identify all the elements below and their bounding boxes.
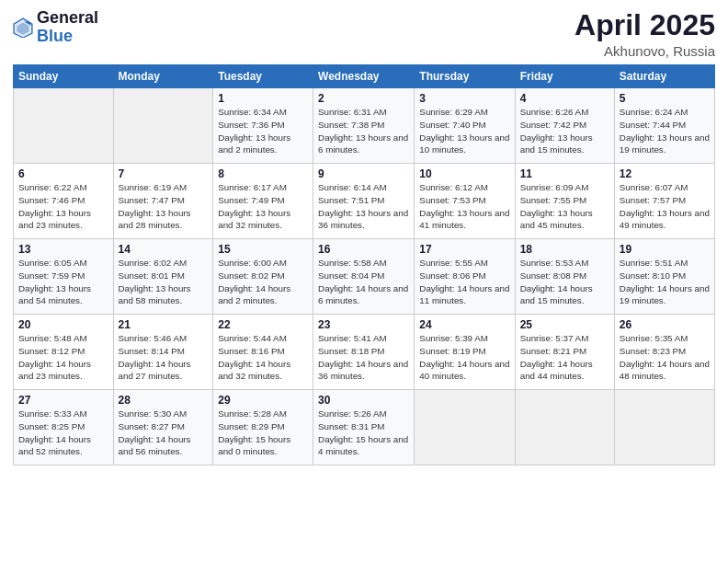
day-cell: 7Sunrise: 6:19 AMSunset: 7:47 PMDaylight… <box>113 164 213 239</box>
day-cell: 3Sunrise: 6:29 AMSunset: 7:40 PMDaylight… <box>415 88 515 164</box>
day-number: 15 <box>218 243 308 256</box>
day-cell: 11Sunrise: 6:09 AMSunset: 7:55 PMDayligh… <box>515 164 614 239</box>
day-info: Sunrise: 6:26 AMSunset: 7:42 PMDaylight:… <box>520 106 609 156</box>
day-number: 14 <box>119 243 209 256</box>
logo-icon <box>13 17 33 38</box>
day-cell: 9Sunrise: 6:14 AMSunset: 7:51 PMDaylight… <box>313 164 415 239</box>
day-info: Sunrise: 5:26 AMSunset: 8:31 PMDaylight:… <box>318 408 409 458</box>
day-cell <box>113 88 213 164</box>
day-cell: 26Sunrise: 5:35 AMSunset: 8:23 PMDayligh… <box>614 315 714 390</box>
day-cell <box>415 390 515 465</box>
day-info: Sunrise: 6:31 AMSunset: 7:38 PMDaylight:… <box>318 106 409 156</box>
day-number: 25 <box>520 318 609 331</box>
week-row-1: 6Sunrise: 6:22 AMSunset: 7:46 PMDaylight… <box>14 164 715 239</box>
header-thursday: Thursday <box>415 65 515 88</box>
day-number: 6 <box>18 167 108 180</box>
day-info: Sunrise: 6:00 AMSunset: 8:02 PMDaylight:… <box>218 257 308 307</box>
day-number: 8 <box>218 167 308 180</box>
header-saturday: Saturday <box>614 65 714 88</box>
day-cell: 19Sunrise: 5:51 AMSunset: 8:10 PMDayligh… <box>614 239 714 315</box>
day-number: 30 <box>318 394 409 407</box>
day-info: Sunrise: 5:37 AMSunset: 8:21 PMDaylight:… <box>520 332 609 383</box>
logo-text: General Blue <box>37 9 98 46</box>
day-cell: 16Sunrise: 5:58 AMSunset: 8:04 PMDayligh… <box>313 239 415 315</box>
day-number: 21 <box>119 318 209 331</box>
day-number: 20 <box>18 318 108 331</box>
day-info: Sunrise: 5:53 AMSunset: 8:08 PMDaylight:… <box>520 257 609 307</box>
day-number: 10 <box>419 167 509 180</box>
day-info: Sunrise: 6:12 AMSunset: 7:53 PMDaylight:… <box>419 181 509 232</box>
day-cell: 6Sunrise: 6:22 AMSunset: 7:46 PMDaylight… <box>14 164 114 239</box>
day-number: 5 <box>620 92 710 105</box>
day-info: Sunrise: 6:19 AMSunset: 7:47 PMDaylight:… <box>119 181 209 232</box>
week-row-2: 13Sunrise: 6:05 AMSunset: 7:59 PMDayligh… <box>14 239 715 315</box>
day-info: Sunrise: 5:41 AMSunset: 8:18 PMDaylight:… <box>318 332 409 383</box>
day-cell: 15Sunrise: 6:00 AMSunset: 8:02 PMDayligh… <box>213 239 313 315</box>
day-cell: 23Sunrise: 5:41 AMSunset: 8:18 PMDayligh… <box>313 315 415 390</box>
calendar-table: Sunday Monday Tuesday Wednesday Thursday… <box>13 64 715 465</box>
day-cell: 30Sunrise: 5:26 AMSunset: 8:31 PMDayligh… <box>313 390 415 465</box>
day-info: Sunrise: 5:39 AMSunset: 8:19 PMDaylight:… <box>419 332 509 383</box>
day-info: Sunrise: 5:35 AMSunset: 8:23 PMDaylight:… <box>620 332 710 383</box>
day-cell: 22Sunrise: 5:44 AMSunset: 8:16 PMDayligh… <box>213 315 313 390</box>
day-cell: 18Sunrise: 5:53 AMSunset: 8:08 PMDayligh… <box>515 239 614 315</box>
day-number: 16 <box>318 243 409 256</box>
day-cell: 17Sunrise: 5:55 AMSunset: 8:06 PMDayligh… <box>415 239 515 315</box>
day-cell: 24Sunrise: 5:39 AMSunset: 8:19 PMDayligh… <box>415 315 515 390</box>
day-cell: 28Sunrise: 5:30 AMSunset: 8:27 PMDayligh… <box>113 390 213 465</box>
title-month: April 2025 <box>574 9 715 41</box>
header-row: Sunday Monday Tuesday Wednesday Thursday… <box>14 65 715 88</box>
day-cell: 27Sunrise: 5:33 AMSunset: 8:25 PMDayligh… <box>14 390 114 465</box>
day-info: Sunrise: 5:51 AMSunset: 8:10 PMDaylight:… <box>620 257 710 307</box>
day-cell <box>515 390 614 465</box>
day-info: Sunrise: 6:17 AMSunset: 7:49 PMDaylight:… <box>218 181 308 232</box>
header-friday: Friday <box>515 65 614 88</box>
header-wednesday: Wednesday <box>313 65 415 88</box>
day-number: 17 <box>419 243 509 256</box>
day-info: Sunrise: 6:34 AMSunset: 7:36 PMDaylight:… <box>218 106 308 156</box>
day-cell: 10Sunrise: 6:12 AMSunset: 7:53 PMDayligh… <box>415 164 515 239</box>
day-info: Sunrise: 6:09 AMSunset: 7:55 PMDaylight:… <box>520 181 609 232</box>
day-info: Sunrise: 5:44 AMSunset: 8:16 PMDaylight:… <box>218 332 308 383</box>
day-number: 7 <box>119 167 209 180</box>
day-number: 18 <box>520 243 609 256</box>
day-number: 11 <box>520 167 609 180</box>
page: General Blue April 2025 Akhunovo, Russia… <box>0 0 728 563</box>
day-cell: 20Sunrise: 5:48 AMSunset: 8:12 PMDayligh… <box>14 315 114 390</box>
day-number: 3 <box>419 92 509 105</box>
title-block: April 2025 Akhunovo, Russia <box>574 9 715 59</box>
day-info: Sunrise: 6:24 AMSunset: 7:44 PMDaylight:… <box>620 106 710 156</box>
day-info: Sunrise: 6:22 AMSunset: 7:46 PMDaylight:… <box>18 181 108 232</box>
day-info: Sunrise: 5:58 AMSunset: 8:04 PMDaylight:… <box>318 257 409 307</box>
day-number: 26 <box>620 318 710 331</box>
day-number: 4 <box>520 92 609 105</box>
day-info: Sunrise: 6:07 AMSunset: 7:57 PMDaylight:… <box>620 181 710 232</box>
header-monday: Monday <box>113 65 213 88</box>
day-number: 28 <box>119 394 209 407</box>
header: General Blue April 2025 Akhunovo, Russia <box>13 9 715 59</box>
day-cell <box>14 88 114 164</box>
week-row-4: 27Sunrise: 5:33 AMSunset: 8:25 PMDayligh… <box>14 390 715 465</box>
day-number: 12 <box>620 167 710 180</box>
week-row-0: 1Sunrise: 6:34 AMSunset: 7:36 PMDaylight… <box>14 88 715 164</box>
day-cell: 29Sunrise: 5:28 AMSunset: 8:29 PMDayligh… <box>213 390 313 465</box>
day-number: 22 <box>218 318 308 331</box>
day-info: Sunrise: 6:29 AMSunset: 7:40 PMDaylight:… <box>419 106 509 156</box>
day-number: 23 <box>318 318 409 331</box>
header-tuesday: Tuesday <box>213 65 313 88</box>
day-info: Sunrise: 5:30 AMSunset: 8:27 PMDaylight:… <box>119 408 209 458</box>
title-location: Akhunovo, Russia <box>574 43 715 59</box>
day-info: Sunrise: 5:48 AMSunset: 8:12 PMDaylight:… <box>18 332 108 383</box>
day-cell: 12Sunrise: 6:07 AMSunset: 7:57 PMDayligh… <box>614 164 714 239</box>
day-cell <box>614 390 714 465</box>
day-number: 24 <box>419 318 509 331</box>
day-cell: 8Sunrise: 6:17 AMSunset: 7:49 PMDaylight… <box>213 164 313 239</box>
day-info: Sunrise: 6:14 AMSunset: 7:51 PMDaylight:… <box>318 181 409 232</box>
day-cell: 1Sunrise: 6:34 AMSunset: 7:36 PMDaylight… <box>213 88 313 164</box>
day-cell: 13Sunrise: 6:05 AMSunset: 7:59 PMDayligh… <box>14 239 114 315</box>
day-cell: 14Sunrise: 6:02 AMSunset: 8:01 PMDayligh… <box>113 239 213 315</box>
logo-blue: Blue <box>37 28 98 46</box>
day-info: Sunrise: 5:33 AMSunset: 8:25 PMDaylight:… <box>18 408 108 458</box>
day-number: 13 <box>18 243 108 256</box>
day-number: 29 <box>218 394 308 407</box>
